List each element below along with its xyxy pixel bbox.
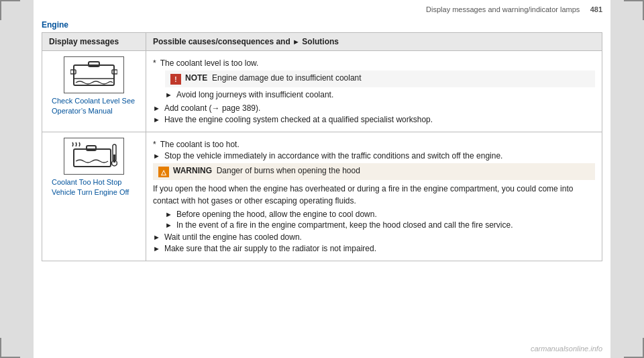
main-bullet-2b: ► Wait until the engine has cooled down. [153,232,595,242]
corner-decoration-br [624,338,644,358]
warning-icon-1: △ [158,167,169,177]
main-bullet-2a: ► Stop the vehicle immediately in accord… [153,151,595,161]
arrow-8: ► [153,244,160,253]
warning-sub-bullet-1: ► Before opening the hood, allow the eng… [165,210,595,219]
intro-item-1: * The coolant level is too low. [153,58,595,68]
warning-para: If you open the hood when the engine has… [153,183,595,207]
coolant-icon-svg [70,60,117,90]
coolant-hot-icon [64,138,124,175]
arrow-4: ► [153,152,160,160]
section-title: Engine [34,16,610,32]
corner-decoration-tr [624,0,644,20]
main-bullet-2c: ► Make sure that the air supply to the r… [153,244,595,253]
main-table: Display messages Possible causes/consequ… [42,32,602,261]
coolant-hot-icon-svg [70,141,117,171]
col2-header: Possible causes/consequences and ► Possi… [146,33,602,51]
arrow-2: ► [153,104,160,112]
arrow-3: ► [153,116,160,124]
solutions-cell-2: * The coolant is too hot. ► Stop the veh… [146,132,602,261]
display-label-1: Check Coolant Level See Operator’s Manua… [49,96,139,117]
main-bullet-1a: ► Add coolant (→ page 389). [153,103,595,113]
table-row: Check Coolant Level See Operator’s Manua… [42,51,602,132]
svg-rect-5 [74,149,111,167]
display-message-cell-1: Check Coolant Level See Operator’s Manua… [42,51,146,132]
display-label-2: Coolant Too Hot Stop Vehicle Turn Engine… [49,177,139,198]
warning-box-1: △ WARNING Danger of burns when opening t… [153,163,595,180]
coolant-level-icon [64,56,124,93]
svg-rect-9 [113,154,115,163]
page-number: 481 [590,5,602,13]
arrow-6: ► [165,221,172,229]
warning-sub-bullet-2: ► In the event of a fire in the engine c… [165,220,595,230]
arrow-5: ► [165,210,172,218]
main-bullet-1b: ► Have the engine cooling system checked… [153,115,595,124]
intro-text-2: The coolant is too hot. [160,140,239,149]
note-icon-1: ! [170,74,181,85]
intro-item-2: * The coolant is too hot. [153,140,595,149]
corner-decoration-tl [0,0,20,20]
header-text: Display messages and warning/indicator l… [426,5,580,13]
arrow-1: ► [165,91,172,99]
intro-text-1: The coolant level is too low. [160,58,259,68]
sub-bullet-1: ► Avoid long journeys with insufficient … [165,90,595,99]
table-row: Coolant Too Hot Stop Vehicle Turn Engine… [42,132,602,261]
display-message-cell-2: Coolant Too Hot Stop Vehicle Turn Engine… [42,132,146,261]
solutions-cell-1: * The coolant level is too low. ! NOTE E… [146,51,602,132]
arrow-7: ► [153,233,160,241]
note-content-1: NOTE Engine damage due to insufficient c… [185,73,362,83]
warning-content-1: WARNING Danger of burns when opening the… [173,166,360,175]
note-box-1: ! NOTE Engine damage due to insufficient… [165,71,595,87]
corner-decoration-bl [0,338,20,358]
star-bullet-1: * [153,58,156,68]
star-bullet-2: * [153,140,156,149]
page-header: Display messages and warning/indicator l… [34,0,610,16]
watermark: carmanualsonline.info [531,345,602,353]
col1-header: Display messages [42,33,146,51]
